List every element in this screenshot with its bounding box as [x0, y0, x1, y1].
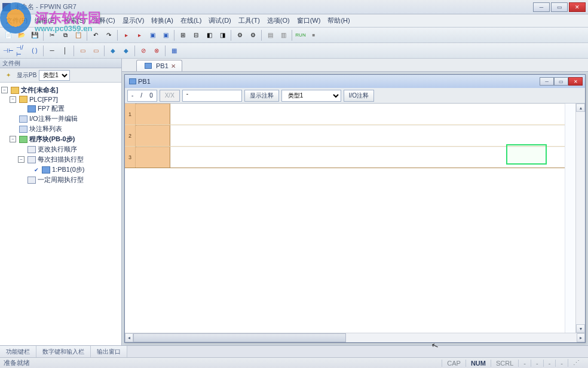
- menu-tool[interactable]: 工具(T): [235, 14, 264, 27]
- show-comment-button[interactable]: 显示注释: [244, 90, 279, 102]
- maximize-button[interactable]: ▭: [551, 2, 568, 12]
- ladder-p2-icon[interactable]: ▭: [90, 45, 102, 57]
- io-comment-button[interactable]: I/O注释: [344, 90, 374, 102]
- open-icon[interactable]: 📂: [16, 29, 27, 41]
- type-dropdown[interactable]: 类型1: [281, 90, 341, 102]
- tab-output-window[interactable]: 输出窗口: [91, 346, 127, 357]
- tree-root[interactable]: − 文件[未命名]: [1, 85, 120, 95]
- tree-prog[interactable]: − 程序块(PB-0步): [1, 134, 120, 144]
- tool-d-icon[interactable]: ▣: [160, 29, 172, 41]
- scan-icon: [27, 156, 36, 163]
- scroll-down-icon[interactable]: ▾: [576, 324, 585, 333]
- scroll-track[interactable]: [133, 333, 577, 342]
- menu-online[interactable]: 在线(L): [177, 14, 205, 27]
- menu-edit[interactable]: 编辑(E): [31, 14, 60, 27]
- ladder-p4-icon[interactable]: ◆: [120, 45, 132, 57]
- ladder-row[interactable]: 2: [125, 125, 565, 147]
- tree-pb1[interactable]: ✔ 1:PB1(0步): [1, 165, 120, 175]
- collapse-icon[interactable]: −: [10, 136, 16, 142]
- ladder-canvas[interactable]: 1 2 3: [125, 104, 565, 333]
- tool-m-icon[interactable]: RUN: [295, 29, 307, 41]
- collapse-icon[interactable]: −: [1, 87, 8, 93]
- menu-convert[interactable]: 转换(A): [148, 14, 177, 27]
- menu-file[interactable]: 文件(F): [2, 14, 31, 27]
- horizontal-scrollbar[interactable]: ◂ ▸: [125, 333, 585, 342]
- panel-tool-icon[interactable]: ✦: [2, 69, 14, 81]
- scroll-right-icon[interactable]: ▸: [577, 333, 585, 342]
- menu-help[interactable]: 帮助(H): [324, 14, 353, 27]
- row-cell[interactable]: [136, 125, 170, 146]
- ladder-p5-icon[interactable]: ⊘: [137, 45, 149, 57]
- ladder-p3-icon[interactable]: ◆: [107, 45, 119, 57]
- tree-fp7[interactable]: FP7 配置: [1, 104, 120, 114]
- tree-io[interactable]: I/O注释一并编辑: [1, 114, 120, 124]
- ladder-hline-icon[interactable]: ─: [46, 45, 58, 57]
- minimize-button[interactable]: ─: [533, 2, 550, 12]
- tab-numeric-input[interactable]: 数字键和输入栏: [36, 346, 91, 357]
- paste-icon[interactable]: 📋: [72, 29, 84, 41]
- tree-block[interactable]: 块注释列表: [1, 124, 120, 134]
- tool-j-icon[interactable]: ⚙: [247, 29, 259, 41]
- row-cell[interactable]: [136, 104, 170, 124]
- tool-e-icon[interactable]: ⊞: [177, 29, 189, 41]
- scroll-track[interactable]: [576, 112, 585, 324]
- tree-plc[interactable]: − PLC[FP7]: [1, 95, 120, 104]
- tool-c-icon[interactable]: ▣: [146, 29, 158, 41]
- ladder-p1-icon[interactable]: ▭: [76, 45, 88, 57]
- spacer-dropdown[interactable]: -: [182, 90, 242, 102]
- collapse-icon[interactable]: −: [10, 96, 16, 103]
- tab-function-keys[interactable]: 功能键栏: [0, 346, 36, 357]
- scroll-up-icon[interactable]: ▴: [576, 104, 585, 112]
- tool-b-icon[interactable]: ▸: [133, 29, 145, 41]
- tree-period[interactable]: 一定周期执行型: [1, 175, 120, 185]
- tool-i-icon[interactable]: ⚙: [234, 29, 246, 41]
- redo-icon[interactable]: ↷: [103, 29, 115, 41]
- sub-maximize-button[interactable]: ▭: [554, 77, 568, 86]
- menu-bar: 文件(F) 编辑(E) 检索(S) 注释(C) 显示(V) 转换(A) 在线(L…: [0, 14, 588, 28]
- ladder-row[interactable]: 1: [125, 104, 565, 125]
- row-cell[interactable]: [136, 147, 170, 168]
- ladder-coil-icon[interactable]: ( ): [29, 45, 41, 57]
- tool-h-icon[interactable]: ◨: [216, 29, 228, 41]
- status-scrl: SCRL: [491, 360, 518, 367]
- ladder-p7-icon[interactable]: ▦: [168, 45, 180, 57]
- scroll-thumb[interactable]: [133, 333, 346, 342]
- menu-comment[interactable]: 注释(C): [89, 14, 118, 27]
- bottom-tabs: 功能键栏 数字键和输入栏 输出窗口: [0, 345, 588, 357]
- menu-option[interactable]: 选项(O): [264, 14, 293, 27]
- copy-icon[interactable]: ⧉: [59, 29, 71, 41]
- close-button[interactable]: ✕: [569, 2, 586, 12]
- tool-k-icon[interactable]: ▤: [264, 29, 276, 41]
- tool-n-icon[interactable]: ■: [308, 29, 320, 41]
- tool-g-icon[interactable]: ◧: [203, 29, 215, 41]
- new-icon[interactable]: 📄: [2, 29, 14, 41]
- sub-close-button[interactable]: ✕: [568, 77, 583, 86]
- scroll-left-icon[interactable]: ◂: [125, 333, 133, 342]
- ladder-row[interactable]: 3: [125, 147, 565, 168]
- cut-icon[interactable]: ✂: [46, 29, 58, 41]
- window-title: 未命名 - FPWIN GR7: [14, 2, 533, 11]
- menu-view[interactable]: 显示(V): [119, 14, 148, 27]
- ladder-window: PB1 ─ ▭ ✕ - / 0 X/X - 显示注释 类型1 I/O注释: [124, 74, 586, 343]
- undo-icon[interactable]: ↶: [90, 29, 102, 41]
- sub-minimize-button[interactable]: ─: [540, 77, 554, 86]
- menu-debug[interactable]: 调试(D): [205, 14, 234, 27]
- tool-a-icon[interactable]: ▸: [120, 29, 132, 41]
- tool-l-icon[interactable]: ▥: [277, 29, 289, 41]
- ladder-nc-icon[interactable]: ⊣/⊢: [16, 45, 27, 57]
- save-icon[interactable]: 💾: [29, 29, 41, 41]
- menu-search[interactable]: 检索(S): [60, 14, 90, 27]
- tool-f-icon[interactable]: ⊟: [190, 29, 202, 41]
- vertical-scrollbar[interactable]: ▴ ▾: [575, 104, 585, 333]
- tab-close-icon[interactable]: ✕: [171, 63, 176, 69]
- tree-exec[interactable]: 更改执行顺序: [1, 144, 120, 154]
- ladder-vline-icon[interactable]: │: [59, 45, 71, 57]
- tab-pb1[interactable]: PB1 ✕: [136, 60, 182, 71]
- ladder-no-icon[interactable]: ⊣⊢: [2, 45, 14, 57]
- tree-scan[interactable]: − 每次扫描执行型: [1, 154, 120, 165]
- fraction-button[interactable]: X/X: [160, 90, 180, 102]
- menu-window[interactable]: 窗口(W): [293, 14, 324, 27]
- collapse-icon[interactable]: −: [18, 156, 24, 163]
- type-select[interactable]: 类型1: [39, 70, 70, 81]
- ladder-p6-icon[interactable]: ⊗: [151, 45, 163, 57]
